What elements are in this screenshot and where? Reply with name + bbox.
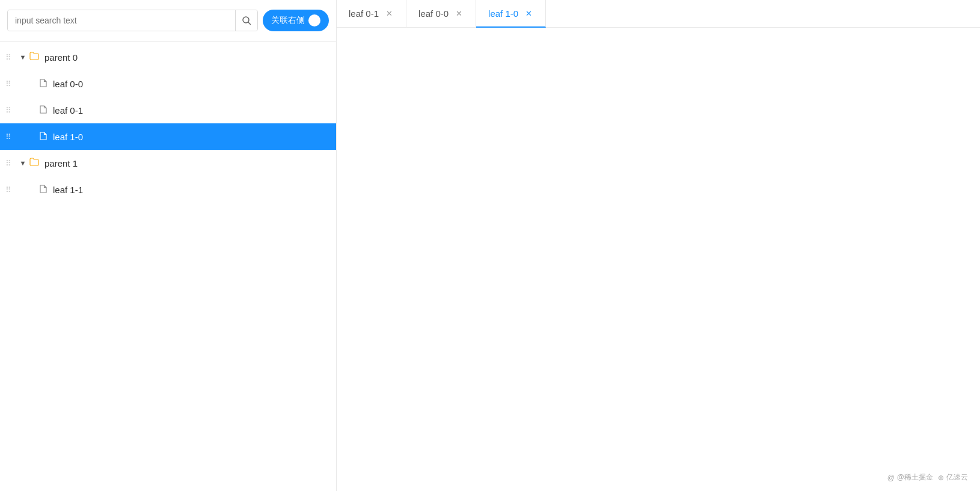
toolbar: 关联右侧 bbox=[0, 0, 336, 42]
tab-label-leaf-0-1: leaf 0-1 bbox=[349, 8, 379, 19]
folder-icon bbox=[29, 156, 40, 170]
file-icon bbox=[38, 184, 48, 196]
right-panel: leaf 0-1 ✕ leaf 0-0 ✕ leaf 1-0 ✕ bbox=[337, 0, 980, 491]
drag-handle: ⠿ bbox=[0, 53, 17, 62]
chevron-icon[interactable]: ▼ bbox=[17, 159, 29, 167]
folder-icon bbox=[29, 51, 40, 64]
file-icon bbox=[38, 105, 48, 116]
search-input[interactable] bbox=[8, 10, 235, 31]
drag-handle: ⠿ bbox=[0, 79, 17, 88]
tree-label-parent-0: parent 0 bbox=[44, 52, 78, 63]
tab-label-leaf-1-0: leaf 1-0 bbox=[488, 8, 518, 19]
svg-line-1 bbox=[248, 22, 251, 25]
tab-close-leaf-1-0[interactable]: ✕ bbox=[524, 8, 533, 19]
chevron-icon[interactable]: ▼ bbox=[17, 54, 29, 61]
drag-handle: ⠿ bbox=[0, 132, 17, 141]
tab-close-leaf-0-1[interactable]: ✕ bbox=[385, 8, 394, 19]
file-icon bbox=[38, 78, 48, 90]
tree-row-leaf-1-0[interactable]: ⠿ leaf 1-0 bbox=[0, 123, 336, 150]
left-panel: 关联右侧 ⠿ ▼ parent 0 ⠿ bbox=[0, 0, 337, 491]
tab-leaf-0-1[interactable]: leaf 0-1 ✕ bbox=[337, 0, 406, 27]
watermark-item-2: ⊕ 亿速云 bbox=[938, 472, 968, 483]
watermark-icon-1: @ bbox=[887, 474, 895, 482]
tree-row-leaf-1-1[interactable]: ⠿ leaf 1-1 bbox=[0, 176, 336, 203]
associate-right-toggle[interactable]: 关联右侧 bbox=[263, 10, 329, 31]
tab-bar: leaf 0-1 ✕ leaf 0-0 ✕ leaf 1-0 ✕ bbox=[337, 0, 980, 28]
file-icon bbox=[38, 131, 48, 143]
tab-leaf-1-0[interactable]: leaf 1-0 ✕ bbox=[476, 0, 546, 28]
tab-content bbox=[337, 28, 980, 491]
tab-close-leaf-0-0[interactable]: ✕ bbox=[455, 8, 464, 19]
watermark-icon-2: ⊕ bbox=[938, 474, 944, 482]
search-button[interactable] bbox=[235, 10, 257, 31]
search-icon bbox=[242, 16, 251, 25]
tree-row-parent-1[interactable]: ⠿ ▼ parent 1 bbox=[0, 150, 336, 176]
toggle-label: 关联右侧 bbox=[271, 15, 305, 26]
drag-handle: ⠿ bbox=[0, 159, 17, 168]
tree-row-parent-0[interactable]: ⠿ ▼ parent 0 bbox=[0, 44, 336, 70]
tree-row-leaf-0-1[interactable]: ⠿ leaf 0-1 bbox=[0, 97, 336, 123]
watermark-item-1: @ @稀土掘金 bbox=[887, 472, 933, 483]
tab-leaf-0-0[interactable]: leaf 0-0 ✕ bbox=[406, 0, 476, 27]
tree-label-parent-1: parent 1 bbox=[44, 158, 78, 168]
tree-label-leaf-0-0: leaf 0-0 bbox=[53, 79, 83, 89]
watermark-text-1: @稀土掘金 bbox=[897, 472, 933, 483]
tree-row-leaf-0-0[interactable]: ⠿ leaf 0-0 bbox=[0, 70, 336, 97]
watermark-text-2: 亿速云 bbox=[946, 472, 968, 483]
tree-label-leaf-1-0: leaf 1-0 bbox=[53, 132, 83, 142]
search-box bbox=[7, 10, 258, 31]
tree-label-leaf-0-1: leaf 0-1 bbox=[53, 105, 83, 116]
tab-label-leaf-0-0: leaf 0-0 bbox=[418, 8, 449, 19]
toggle-circle-indicator bbox=[308, 14, 320, 26]
drag-handle: ⠿ bbox=[0, 185, 17, 194]
drag-handle: ⠿ bbox=[0, 106, 17, 115]
watermark: @ @稀土掘金 ⊕ 亿速云 bbox=[887, 472, 968, 483]
tree-label-leaf-1-1: leaf 1-1 bbox=[53, 185, 83, 195]
file-tree: ⠿ ▼ parent 0 ⠿ lea bbox=[0, 42, 336, 491]
